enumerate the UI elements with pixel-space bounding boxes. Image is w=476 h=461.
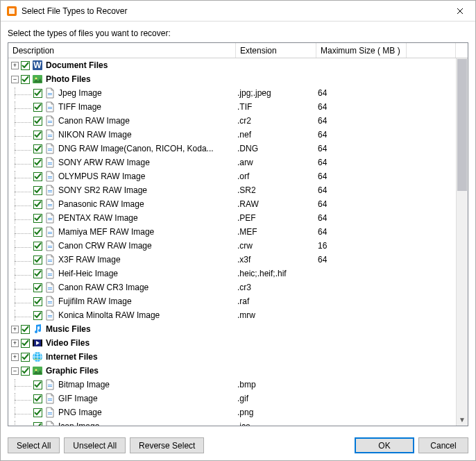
svg-rect-14 xyxy=(48,149,52,149)
checkbox[interactable] xyxy=(33,158,42,167)
cancel-button[interactable]: Cancel xyxy=(418,437,468,453)
checkbox[interactable] xyxy=(33,422,42,426)
reverse-select-button[interactable]: Reverse Select xyxy=(130,437,204,453)
checkbox[interactable] xyxy=(33,394,42,403)
checkbox[interactable] xyxy=(33,283,42,292)
file-extension: .nef xyxy=(236,130,316,140)
svg-rect-12 xyxy=(48,135,52,135)
col-description[interactable]: Description xyxy=(8,43,236,58)
checkbox[interactable] xyxy=(33,200,42,209)
checkbox[interactable] xyxy=(33,242,42,251)
file-type-row[interactable]: Icon Image.ico xyxy=(8,419,456,426)
expand-toggle[interactable]: + xyxy=(11,62,19,69)
col-maxsize[interactable]: Maximum Size ( MB ) xyxy=(316,43,407,58)
file-extension: .RAW xyxy=(236,199,316,209)
file-type-row[interactable]: Panasonic RAW Image.RAW64 xyxy=(8,197,456,211)
group-music[interactable]: +Music Files xyxy=(8,322,456,336)
file-extension: .mrw xyxy=(236,310,316,320)
svg-rect-13 xyxy=(48,136,52,137)
group-label: Internet Files xyxy=(46,352,98,362)
svg-rect-33 xyxy=(48,275,52,276)
file-type-row[interactable]: PNG Image.png xyxy=(8,405,456,419)
checkbox[interactable] xyxy=(33,255,42,265)
checkbox[interactable] xyxy=(33,131,42,140)
file-type-label: Canon RAW CR3 Image xyxy=(58,283,148,292)
file-type-row[interactable]: Canon RAW CR3 Image.cr3 xyxy=(8,280,456,294)
file-max-size: 16 xyxy=(316,241,407,251)
instruction-text: Select the types of files you want to re… xyxy=(1,22,475,42)
file-type-row[interactable]: GIF Image.gif xyxy=(8,392,456,405)
checkbox[interactable] xyxy=(33,186,42,195)
svg-rect-47 xyxy=(48,386,52,387)
group-video[interactable]: +Video Files xyxy=(8,336,456,350)
file-type-label: SONY ARW RAW Image xyxy=(58,158,150,167)
file-type-label: DNG RAW Image(Canon, RICOH, Koda... xyxy=(58,144,214,153)
group-photo[interactable]: −Photo Files xyxy=(8,72,456,86)
file-type-row[interactable]: PENTAX RAW Image.PEF64 xyxy=(8,211,456,225)
file-icon xyxy=(44,254,56,265)
ok-button[interactable]: OK xyxy=(355,437,414,453)
file-type-row[interactable]: TIFF Image.TIF64 xyxy=(8,100,456,114)
checkbox[interactable] xyxy=(33,311,42,320)
checkbox[interactable] xyxy=(33,144,42,153)
file-type-row[interactable]: Heif-Heic Image.heic;.heif;.hif xyxy=(8,267,456,280)
select-all-button[interactable]: Select All xyxy=(8,437,60,453)
svg-rect-28 xyxy=(48,246,52,246)
file-type-tree: Description Extension Maximum Size ( MB … xyxy=(8,42,468,426)
file-type-row[interactable]: Canon RAW Image.cr264 xyxy=(8,114,456,128)
checkbox[interactable] xyxy=(33,214,42,223)
file-type-row[interactable]: NIKON RAW Image.nef64 xyxy=(8,128,456,142)
svg-rect-48 xyxy=(48,399,52,399)
unselect-all-button[interactable]: Unselect All xyxy=(64,437,126,453)
file-type-row[interactable]: Jpeg Image.jpg;.jpeg64 xyxy=(8,86,456,100)
expand-toggle[interactable]: − xyxy=(11,367,19,375)
checkbox[interactable] xyxy=(21,61,30,70)
file-type-row[interactable]: OLYMPUS RAW Image.orf64 xyxy=(8,169,456,183)
checkbox[interactable] xyxy=(33,103,42,112)
file-type-row[interactable]: Canon CRW RAW Image.crw16 xyxy=(8,239,456,253)
checkbox[interactable] xyxy=(33,172,42,181)
checkbox[interactable] xyxy=(33,408,42,417)
expand-toggle[interactable]: − xyxy=(11,76,19,83)
checkbox[interactable] xyxy=(33,297,42,306)
scroll-down-arrow[interactable]: ▼ xyxy=(457,414,468,426)
col-extension[interactable]: Extension xyxy=(236,43,316,58)
file-type-row[interactable]: Mamiya MEF RAW Image.MEF64 xyxy=(8,225,456,239)
file-type-row[interactable]: Fujifilm RAW Image.raf xyxy=(8,294,456,308)
checkbox[interactable] xyxy=(21,339,30,348)
file-type-row[interactable]: SONY ARW RAW Image.arw64 xyxy=(8,156,456,169)
expand-toggle[interactable]: + xyxy=(11,353,19,361)
expand-toggle[interactable]: + xyxy=(11,340,19,347)
column-headers: Description Extension Maximum Size ( MB … xyxy=(8,43,468,58)
file-type-row[interactable]: DNG RAW Image(Canon, RICOH, Koda....DNG6… xyxy=(8,142,456,156)
file-type-row[interactable]: SONY SR2 RAW Image.SR264 xyxy=(8,183,456,197)
file-type-row[interactable]: Bitmap Image.bmp xyxy=(8,378,456,392)
checkbox[interactable] xyxy=(21,325,30,334)
checkbox[interactable] xyxy=(21,367,30,376)
file-icon xyxy=(44,185,56,196)
checkbox[interactable] xyxy=(33,269,42,278)
svg-rect-9 xyxy=(48,108,52,109)
svg-rect-34 xyxy=(48,287,52,288)
group-gfx[interactable]: −Graphic Files xyxy=(8,364,456,378)
checkbox[interactable] xyxy=(33,228,42,237)
checkbox[interactable] xyxy=(33,117,42,126)
scroll-thumb[interactable] xyxy=(457,59,467,191)
file-extension: .gif xyxy=(236,394,316,403)
file-type-label: Canon RAW Image xyxy=(58,116,130,126)
checkbox[interactable] xyxy=(21,75,30,84)
svg-rect-26 xyxy=(48,232,52,233)
group-doc[interactable]: +WDocument Files xyxy=(8,58,456,72)
close-button[interactable] xyxy=(444,1,475,22)
file-extension: .DNG xyxy=(236,144,316,153)
checkbox[interactable] xyxy=(21,353,30,362)
file-type-row[interactable]: X3F RAW Image.x3f64 xyxy=(8,253,456,267)
file-type-label: SONY SR2 RAW Image xyxy=(58,185,147,195)
vertical-scrollbar[interactable]: ▲ ▼ xyxy=(456,58,468,426)
file-type-row[interactable]: Konica Minolta RAW Image.mrw xyxy=(8,308,456,322)
checkbox[interactable] xyxy=(33,89,42,98)
expand-toggle[interactable]: + xyxy=(11,326,19,333)
group-label: Music Files xyxy=(46,324,91,334)
checkbox[interactable] xyxy=(33,380,42,389)
group-net[interactable]: +Internet Files xyxy=(8,350,456,364)
